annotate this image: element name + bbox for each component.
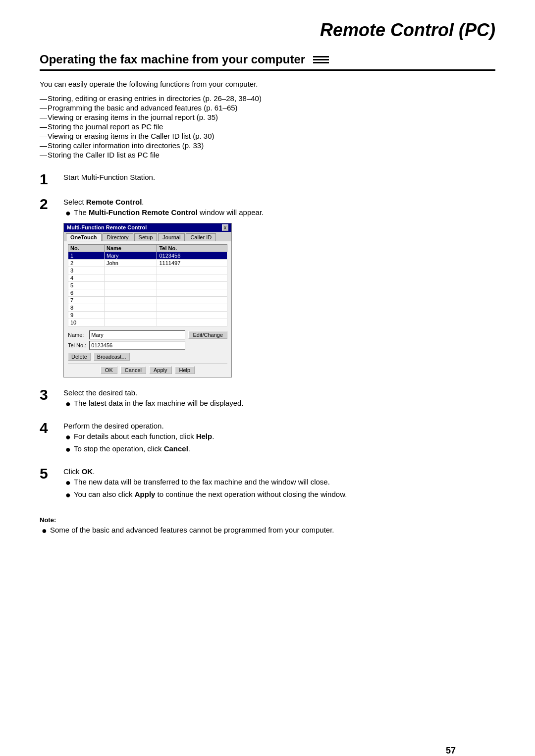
- step: 2Select Remote Control.●The Multi-Functi…: [40, 198, 495, 378]
- table-header: Tel No.: [157, 244, 227, 252]
- step: 3Select the desired tab.●The latest data…: [40, 388, 495, 411]
- table-cell: 6: [68, 289, 105, 296]
- table-header: No.: [68, 244, 105, 252]
- table-cell: 0123456: [157, 252, 227, 259]
- page-number: 57: [446, 746, 456, 756]
- table-cell: [157, 319, 227, 326]
- tel-input[interactable]: [89, 341, 185, 350]
- table-cell: [105, 311, 157, 319]
- table-cell: [157, 274, 227, 281]
- table-cell: [105, 304, 157, 311]
- bottom-button[interactable]: OK: [101, 366, 117, 374]
- table-cell: [157, 296, 227, 304]
- bullet-dot: ●: [65, 432, 71, 443]
- table-cell: [105, 289, 157, 296]
- feature-list: Storing, editing or erasing entries in d…: [40, 94, 495, 159]
- table-row[interactable]: 8: [68, 304, 227, 311]
- step-number: 1: [40, 172, 55, 187]
- window-tab[interactable]: Caller ID: [186, 233, 216, 241]
- table-cell: 1: [68, 252, 105, 259]
- table-cell: [105, 274, 157, 281]
- bottom-button[interactable]: Apply: [149, 366, 172, 374]
- table-cell: 1111497: [157, 259, 227, 267]
- step-bullet: ●The Multi-Function Remote Control windo…: [63, 208, 495, 219]
- table-row[interactable]: 5: [68, 281, 227, 289]
- bullet-dot: ●: [65, 490, 71, 501]
- name-label: Name:: [68, 332, 86, 338]
- step-number: 4: [40, 421, 55, 435]
- table-row[interactable]: 4: [68, 274, 227, 281]
- step-number: 2: [40, 197, 55, 212]
- window-tab[interactable]: Setup: [134, 233, 158, 241]
- tel-label: Tel No.:: [68, 342, 86, 348]
- table-row[interactable]: 2John1111497: [68, 259, 227, 267]
- bottom-button[interactable]: Help: [175, 366, 195, 374]
- action-button[interactable]: Delete: [68, 353, 91, 361]
- feature-item: Storing caller information into director…: [40, 141, 495, 150]
- table-cell: [157, 311, 227, 319]
- table-row[interactable]: 3: [68, 267, 227, 274]
- feature-item: Storing, editing or erasing entries in d…: [40, 94, 495, 103]
- bullet-text: The Multi-Function Remote Control window…: [74, 208, 495, 219]
- table-header: Name: [105, 244, 157, 252]
- table-cell: 2: [68, 259, 105, 267]
- action-button[interactable]: Broadcast...: [94, 353, 130, 361]
- step: 1Start Multi-Function Station.: [40, 173, 495, 187]
- note-section: Note: ●Some of the basic and advanced fe…: [40, 516, 495, 537]
- table-cell: [105, 296, 157, 304]
- window-title: Multi-Function Remote Control: [67, 224, 147, 230]
- table-row[interactable]: 10: [68, 319, 227, 326]
- feature-item: Storing the Caller ID list as PC file: [40, 151, 495, 159]
- window-tab[interactable]: Directory: [103, 233, 133, 241]
- name-input[interactable]: [89, 330, 185, 339]
- bullet-text: To stop the operation, click Cancel.: [74, 444, 495, 455]
- bullet-dot: ●: [65, 399, 71, 410]
- step-bullet: ●For details about each function, click …: [63, 432, 495, 443]
- note-bullet: ●Some of the basic and advanced features…: [40, 526, 495, 537]
- step: 5Click OK.●The new data will be transfer…: [40, 467, 495, 502]
- step: 4Perform the desired operation.●For deta…: [40, 422, 495, 456]
- bullet-text: The new data will be transferred to the …: [74, 478, 495, 488]
- table-row[interactable]: 6: [68, 289, 227, 296]
- table-row[interactable]: 9: [68, 311, 227, 319]
- page-title: Remote Control (PC): [40, 20, 495, 44]
- heading-decoration: [313, 56, 329, 63]
- table-cell: [157, 289, 227, 296]
- note-title: Note:: [40, 516, 495, 524]
- table-cell: [157, 281, 227, 289]
- table-cell: 8: [68, 304, 105, 311]
- table-row[interactable]: 1Mary0123456: [68, 252, 227, 259]
- table-cell: 10: [68, 319, 105, 326]
- steps-container: 1Start Multi-Function Station.2Select Re…: [40, 173, 495, 502]
- section-heading: Operating the fax machine from your comp…: [40, 53, 495, 71]
- step-bullet: ●The latest data in the fax machine will…: [63, 399, 495, 410]
- table-cell: [105, 267, 157, 274]
- table-cell: 7: [68, 296, 105, 304]
- bullet-dot: ●: [65, 478, 71, 488]
- edit-change-button[interactable]: Edit/Change: [188, 331, 227, 339]
- step-main-text: Select Remote Control.: [63, 198, 495, 206]
- bullet-dot: ●: [65, 208, 71, 219]
- intro-text: You can easily operate the following fun…: [40, 80, 495, 88]
- step-number: 5: [40, 466, 55, 481]
- feature-item: Viewing or erasing items in the Caller I…: [40, 132, 495, 140]
- window-close-button[interactable]: x: [222, 224, 228, 231]
- step-main-text: Perform the desired operation.: [63, 422, 495, 430]
- feature-item: Programming the basic and advanced featu…: [40, 104, 495, 112]
- table-cell: John: [105, 259, 157, 267]
- table-cell: [157, 304, 227, 311]
- table-cell: [105, 281, 157, 289]
- step-main-text: Select the desired tab.: [63, 388, 495, 397]
- step-number: 3: [40, 387, 55, 402]
- window-tab[interactable]: OneTouch: [66, 233, 102, 241]
- bullet-text: For details about each function, click H…: [74, 432, 495, 443]
- bottom-button[interactable]: Cancel: [120, 366, 146, 374]
- step-main-text: Start Multi-Function Station.: [63, 173, 495, 181]
- window-screenshot: Multi-Function Remote ControlxOneTouchDi…: [63, 223, 232, 378]
- table-cell: [105, 319, 157, 326]
- note-bullet-text: Some of the basic and advanced features …: [50, 526, 495, 537]
- window-tab[interactable]: Journal: [158, 233, 185, 241]
- table-cell: 9: [68, 311, 105, 319]
- table-row[interactable]: 7: [68, 296, 227, 304]
- step-main-text: Click OK.: [63, 467, 495, 476]
